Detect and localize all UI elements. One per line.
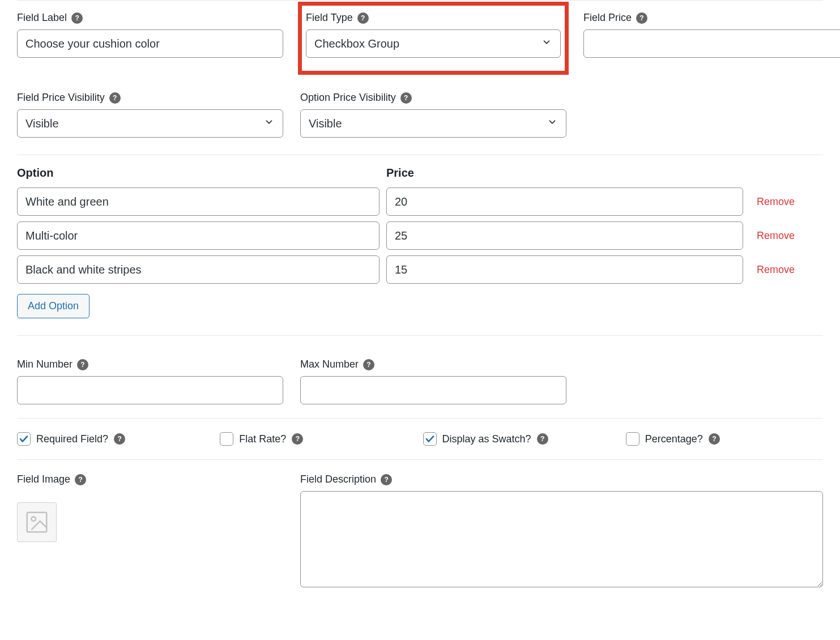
options-header-price: Price: [386, 167, 743, 180]
group-field-price: Field Price ?: [583, 12, 840, 72]
help-icon[interactable]: ?: [636, 12, 647, 24]
group-field-type-highlighted: Field Type ? Checkbox Group: [300, 4, 566, 72]
spacer: [583, 92, 840, 138]
row-field-basics: Field Label ? Field Type ? Checkbox Grou…: [17, 1, 823, 72]
label-field-price-visibility: Field Price Visibility ?: [17, 92, 283, 104]
image-placeholder[interactable]: [17, 502, 57, 542]
option-price-input[interactable]: [386, 221, 743, 250]
group-field-image: Field Image ?: [17, 473, 283, 590]
remove-option-link[interactable]: Remove: [750, 264, 795, 276]
label-text: Field Label: [17, 12, 67, 24]
label-text: Option Price Visibility: [300, 92, 396, 104]
checkbox-icon[interactable]: [626, 432, 639, 446]
label-option-price-visibility: Option Price Visibility ?: [300, 92, 566, 104]
field-price-input[interactable]: [583, 29, 840, 58]
help-icon[interactable]: ?: [363, 359, 374, 370]
options-list: RemoveRemoveRemove: [17, 187, 823, 284]
help-icon[interactable]: ?: [77, 359, 88, 370]
label-max-number: Max Number ?: [300, 359, 566, 370]
group-field-price-visibility: Field Price Visibility ? Visible: [17, 92, 283, 138]
help-icon[interactable]: ?: [75, 474, 86, 485]
field-price-visibility-wrap: Visible: [17, 109, 283, 138]
label-text: Field Price: [583, 12, 632, 24]
label-text: Max Number: [300, 359, 359, 370]
option-price-input[interactable]: [386, 255, 743, 284]
row-checkboxes: Required Field? ? Flat Rate? ? Display a…: [17, 418, 823, 460]
option-price-visibility-select[interactable]: Visible: [300, 109, 566, 138]
min-number-input[interactable]: [17, 376, 283, 404]
checkbox-icon[interactable]: [17, 432, 31, 446]
image-icon: [24, 509, 50, 535]
label-text: Field Description: [300, 473, 376, 485]
group-max-number: Max Number ?: [300, 359, 566, 404]
label-text: Field Image: [17, 473, 70, 485]
option-name-input[interactable]: [17, 187, 380, 216]
option-row: Remove: [17, 221, 823, 250]
checkbox-icon[interactable]: [220, 432, 233, 446]
check-required-field[interactable]: Required Field? ?: [17, 432, 214, 446]
field-type-select-wrap: Checkbox Group: [306, 29, 561, 58]
checkbox-label: Percentage?: [645, 433, 703, 445]
options-header-option: Option: [17, 167, 380, 180]
options-header: Option Price: [17, 155, 823, 187]
checkbox-label: Required Field?: [36, 433, 108, 445]
check-flat-rate[interactable]: Flat Rate? ?: [220, 432, 417, 446]
group-field-description: Field Description ?: [300, 473, 823, 590]
remove-option-link[interactable]: Remove: [750, 230, 795, 242]
row-image-description: Field Image ? Field Description ?: [17, 460, 823, 590]
group-min-number: Min Number ?: [17, 359, 283, 404]
remove-option-link[interactable]: Remove: [750, 196, 795, 208]
row-visibility: Field Price Visibility ? Visible Option …: [17, 72, 823, 138]
label-text: Min Number: [17, 359, 73, 370]
add-option-button[interactable]: Add Option: [17, 294, 89, 318]
label-field-description: Field Description ?: [300, 473, 823, 485]
check-percentage[interactable]: Percentage? ?: [626, 432, 823, 446]
checkbox-label: Display as Swatch?: [442, 433, 531, 445]
svg-rect-0: [27, 513, 47, 532]
option-row: Remove: [17, 255, 823, 284]
option-price-input[interactable]: [386, 187, 743, 216]
group-option-price-visibility: Option Price Visibility ? Visible: [300, 92, 566, 138]
row-min-max: Min Number ? Max Number ?: [17, 335, 823, 404]
option-row: Remove: [17, 187, 823, 216]
max-number-input[interactable]: [300, 376, 566, 404]
field-type-select[interactable]: Checkbox Group: [306, 29, 561, 58]
help-icon[interactable]: ?: [537, 433, 548, 445]
svg-point-1: [31, 517, 36, 521]
option-name-input[interactable]: [17, 255, 380, 284]
help-icon[interactable]: ?: [709, 433, 720, 445]
help-icon[interactable]: ?: [71, 12, 83, 24]
option-price-visibility-wrap: Visible: [300, 109, 566, 138]
field-description-textarea[interactable]: [300, 491, 823, 587]
checkbox-icon[interactable]: [423, 432, 437, 446]
label-text: Field Price Visibility: [17, 92, 105, 104]
help-icon[interactable]: ?: [400, 92, 412, 104]
spacer: [583, 359, 840, 404]
checkbox-label: Flat Rate?: [239, 433, 286, 445]
group-field-label: Field Label ?: [17, 12, 283, 72]
help-icon[interactable]: ?: [381, 474, 392, 485]
check-display-as-swatch[interactable]: Display as Swatch? ?: [423, 432, 620, 446]
field-price-visibility-select[interactable]: Visible: [17, 109, 283, 138]
label-field-type: Field Type ?: [306, 12, 561, 24]
help-icon[interactable]: ?: [114, 433, 125, 445]
label-min-number: Min Number ?: [17, 359, 283, 370]
label-field-label: Field Label ?: [17, 12, 283, 24]
label-text: Field Type: [306, 12, 353, 24]
help-icon[interactable]: ?: [109, 92, 121, 104]
field-label-input[interactable]: [17, 29, 283, 58]
field-settings-panel: Field Label ? Field Type ? Checkbox Grou…: [0, 0, 840, 607]
help-icon[interactable]: ?: [357, 12, 369, 24]
option-name-input[interactable]: [17, 221, 380, 250]
help-icon[interactable]: ?: [292, 433, 303, 445]
label-field-image: Field Image ?: [17, 473, 283, 485]
label-field-price: Field Price ?: [583, 12, 840, 24]
